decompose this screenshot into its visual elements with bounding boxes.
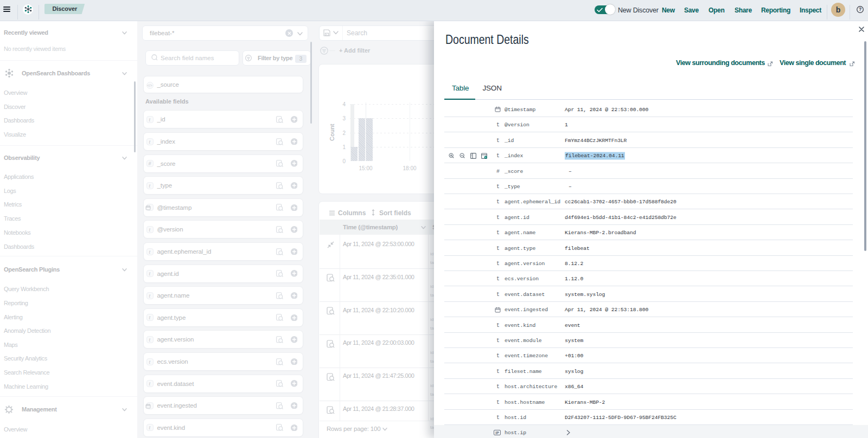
svg-text:IP: IP: [495, 431, 499, 435]
svg-text:?: ?: [859, 7, 861, 12]
